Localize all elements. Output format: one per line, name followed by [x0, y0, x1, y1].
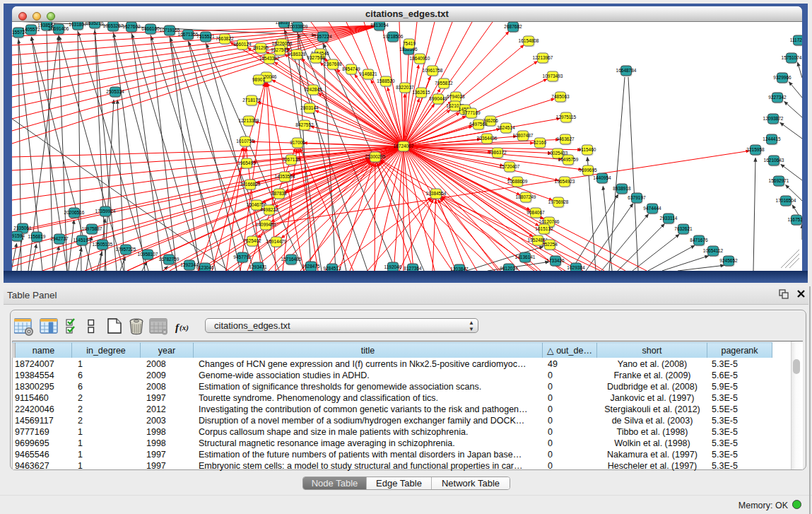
svg-text:6497568: 6497568 [469, 122, 488, 127]
svg-text:3267130: 3267130 [282, 157, 300, 162]
svg-text:7632621: 7632621 [674, 226, 693, 231]
svg-text:(x): (x) [180, 323, 189, 332]
svg-text:2367608: 2367608 [324, 62, 342, 66]
svg-text:14136141: 14136141 [515, 255, 536, 259]
svg-text:10719155: 10719155 [160, 28, 180, 33]
svg-text:19654923: 19654923 [555, 179, 575, 184]
svg-text:8813054: 8813054 [370, 23, 389, 28]
svg-text:19166829: 19166829 [240, 182, 261, 187]
svg-text:7955812: 7955812 [435, 81, 453, 86]
svg-text:1527602: 1527602 [122, 24, 141, 29]
svg-text:1362615: 1362615 [412, 90, 430, 95]
svg-text:8660124: 8660124 [233, 42, 252, 47]
svg-text:8293471: 8293471 [249, 264, 267, 269]
svg-text:19384554: 19384554 [426, 191, 447, 196]
svg-text:12213967: 12213967 [533, 55, 553, 60]
svg-text:1588520: 1588520 [377, 78, 395, 83]
svg-text:10543382: 10543382 [259, 56, 280, 61]
svg-text:17957225: 17957225 [116, 247, 136, 252]
svg-text:9699695: 9699695 [579, 168, 597, 173]
svg-text:10807487: 10807487 [513, 133, 534, 138]
svg-text:12975115: 12975115 [556, 115, 577, 119]
svg-text:19975887: 19975887 [82, 226, 102, 231]
svg-text:1244415: 1244415 [763, 136, 781, 141]
svg-text:2718176: 2718176 [242, 98, 261, 103]
svg-text:1203847: 1203847 [450, 267, 469, 271]
svg-text:917006: 917006 [290, 140, 305, 145]
svg-text:8322037: 8322037 [396, 85, 414, 90]
svg-text:1029384: 1029384 [567, 265, 585, 270]
svg-text:17016504: 17016504 [776, 198, 796, 203]
svg-text:10973493: 10973493 [543, 74, 563, 78]
svg-text:252254: 252254 [542, 242, 558, 247]
svg-text:12505135: 12505135 [93, 242, 113, 247]
svg-text:62160: 62160 [534, 140, 546, 145]
svg-text:9812034: 9812034 [500, 266, 518, 271]
svg-text:1028475: 1028475 [302, 264, 320, 269]
svg-text:2942737: 2942737 [50, 236, 69, 241]
svg-text:10688609: 10688609 [507, 179, 528, 184]
svg-text:18724007: 18724007 [394, 144, 414, 148]
svg-text:2687682: 2687682 [504, 24, 522, 29]
svg-text:9084067: 9084067 [526, 210, 545, 215]
svg-text:1167533: 1167533 [788, 217, 802, 222]
svg-text:7625402: 7625402 [243, 238, 261, 243]
svg-text:2505334: 2505334 [106, 89, 124, 94]
svg-text:1010755: 1010755 [236, 139, 254, 144]
svg-text:6794028: 6794028 [447, 94, 465, 99]
svg-text:9123046: 9123046 [196, 265, 214, 270]
svg-text:98901: 98901 [252, 77, 265, 82]
svg-text:1117203: 1117203 [790, 37, 802, 42]
svg-text:9327503: 9327503 [271, 47, 289, 52]
svg-text:8454749: 8454749 [342, 66, 360, 71]
svg-text:16671355: 16671355 [178, 32, 199, 37]
svg-text:15716485: 15716485 [281, 257, 302, 262]
svg-text:391594: 391594 [12, 233, 25, 238]
svg-text:10961758: 10961758 [423, 68, 443, 73]
svg-text:4498222: 4498222 [260, 207, 278, 212]
svg-text:16120746: 16120746 [539, 219, 560, 224]
svg-text:16154808: 16154808 [519, 38, 539, 43]
svg-text:7515521: 7515521 [196, 34, 215, 39]
svg-text:2335061: 2335061 [13, 226, 32, 230]
svg-text:14099489: 14099489 [256, 222, 276, 227]
svg-text:9242848: 9242848 [304, 87, 322, 92]
svg-text:8427552: 8427552 [295, 122, 314, 127]
svg-text:12093872: 12093872 [763, 116, 784, 121]
svg-text:1192046: 1192046 [384, 264, 402, 269]
svg-text:10653267: 10653267 [103, 23, 124, 28]
svg-text:10958107: 10958107 [138, 252, 158, 257]
svg-text:18640910: 18640910 [410, 56, 430, 61]
svg-text:20364436: 20364436 [477, 136, 498, 141]
svg-text:1733426: 1733426 [546, 258, 565, 263]
svg-text:9635216: 9635216 [86, 22, 104, 25]
svg-text:19218506: 19218506 [383, 34, 404, 39]
svg-text:1156819: 1156819 [28, 234, 46, 239]
svg-text:16782759: 16782759 [159, 257, 180, 262]
svg-text:9284513: 9284513 [323, 266, 341, 271]
svg-text:6379197: 6379197 [628, 195, 646, 200]
svg-text:16914479: 16914479 [266, 239, 287, 244]
svg-text:1405572: 1405572 [22, 27, 40, 32]
svg-text:12213389: 12213389 [239, 118, 259, 123]
svg-text:16495759: 16495759 [558, 157, 579, 162]
svg-text:3624514: 3624514 [497, 125, 515, 130]
svg-text:9227342: 9227342 [768, 95, 787, 100]
svg-text:8990448: 8990448 [429, 96, 447, 101]
svg-text:16648784: 16648784 [616, 68, 637, 73]
svg-text:9463627: 9463627 [556, 136, 575, 141]
svg-text:9327508: 9327508 [307, 55, 325, 60]
svg-text:9474444: 9474444 [643, 206, 661, 211]
svg-text:7485063: 7485063 [551, 94, 570, 99]
svg-text:8186328: 8186328 [288, 52, 306, 57]
svg-text:19756928: 19756928 [548, 199, 569, 204]
svg-text:1615132: 1615132 [535, 226, 553, 231]
svg-text:7986372: 7986372 [488, 150, 507, 155]
svg-text:9457791: 9457791 [233, 255, 252, 259]
svg-text:1965493: 1965493 [237, 160, 256, 165]
svg-text:16033809: 16033809 [288, 24, 308, 29]
svg-text:15720407: 15720407 [500, 164, 520, 169]
svg-text:7357224: 7357224 [314, 34, 332, 39]
svg-text:9777169: 9777169 [462, 110, 481, 115]
svg-text:2933114: 2933114 [660, 216, 678, 221]
